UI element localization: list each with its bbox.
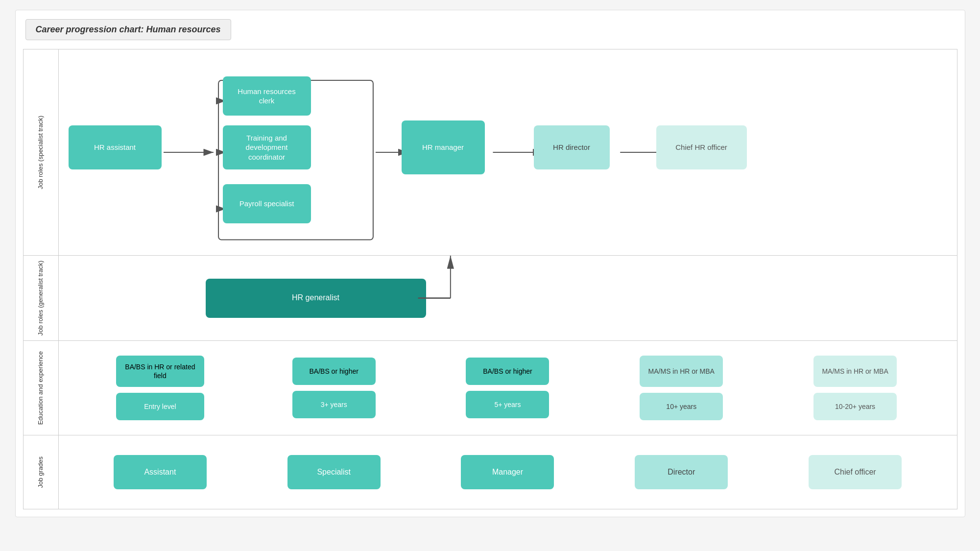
grade-badge-2: Manager xyxy=(461,455,554,489)
node-chief-hr: Chief HR officer xyxy=(656,125,747,169)
education-label: Education and experience xyxy=(24,341,59,435)
grades-content: Assistant Specialist Manager xyxy=(59,435,957,509)
main-grid: Job roles (specialist track) xyxy=(23,49,957,509)
exp-badge-3: 10+ years xyxy=(640,393,723,420)
edu-col-1: BA/BS or higher 3+ years xyxy=(247,351,421,425)
edu-badge-0: BA/BS in HR or related field xyxy=(116,356,204,387)
grades-row: Job grades Assistant Specialist xyxy=(24,435,957,509)
grades-layout: Assistant Specialist Manager xyxy=(73,445,942,499)
edu-badge-4: MA/MS in HR or MBA xyxy=(813,356,897,387)
grades-col-4: Chief officer xyxy=(768,450,942,494)
node-hr-generalist: HR generalist xyxy=(206,279,426,318)
edu-layout: BA/BS in HR or related field Entry level… xyxy=(73,351,942,425)
grades-col-1: Specialist xyxy=(247,450,421,494)
node-training-coord: Training and development coordinator xyxy=(223,125,311,169)
node-hr-director: HR director xyxy=(534,125,610,169)
node-hr-clerk: Human resources clerk xyxy=(223,76,311,116)
grade-badge-3: Director xyxy=(635,455,728,489)
grades-col-0: Assistant xyxy=(73,450,247,494)
generalist-svg xyxy=(59,256,957,340)
specialist-row: Job roles (specialist track) xyxy=(24,49,957,256)
grades-label: Job grades xyxy=(24,435,59,509)
grades-col-3: Director xyxy=(595,450,768,494)
edu-badge-1: BA/BS or higher xyxy=(292,358,376,385)
node-hr-manager: HR manager xyxy=(402,120,485,174)
connector-svg xyxy=(59,49,957,255)
grade-badge-1: Specialist xyxy=(287,455,381,489)
chart-title-box: Career progression chart: Human resource… xyxy=(25,19,231,40)
exp-badge-2: 5+ years xyxy=(466,391,549,418)
generalist-row: Job roles (generalist track) HR g xyxy=(24,256,957,341)
chart-title: Career progression chart: Human resource… xyxy=(36,24,221,34)
edu-col-3: MA/MS in HR or MBA 10+ years xyxy=(595,351,768,425)
generalist-label: Job roles (generalist track) xyxy=(24,256,59,340)
grades-col-2: Manager xyxy=(421,450,595,494)
grade-badge-4: Chief officer xyxy=(809,455,902,489)
education-row: Education and experience BA/BS in HR or … xyxy=(24,341,957,435)
edu-badge-3: MA/MS in HR or MBA xyxy=(640,356,723,387)
generalist-content: HR generalist xyxy=(59,256,957,340)
edu-col-4: MA/MS in HR or MBA 10-20+ years xyxy=(768,351,942,425)
node-hr-assistant: HR assistant xyxy=(69,125,162,169)
grade-badge-0: Assistant xyxy=(114,455,207,489)
education-content: BA/BS in HR or related field Entry level… xyxy=(59,341,957,435)
exp-badge-0: Entry level xyxy=(116,393,204,420)
node-payroll-spec: Payroll specialist xyxy=(223,184,311,223)
specialist-label: Job roles (specialist track) xyxy=(24,49,59,255)
specialist-content: HR assistant Human resources clerk Train… xyxy=(59,49,957,255)
chart-container: Career progression chart: Human resource… xyxy=(15,10,965,517)
edu-col-2: BA/BS or higher 5+ years xyxy=(421,351,595,425)
exp-badge-1: 3+ years xyxy=(292,391,376,418)
edu-col-0: BA/BS in HR or related field Entry level xyxy=(73,351,247,425)
edu-badge-2: BA/BS or higher xyxy=(466,358,549,385)
exp-badge-4: 10-20+ years xyxy=(813,393,897,420)
